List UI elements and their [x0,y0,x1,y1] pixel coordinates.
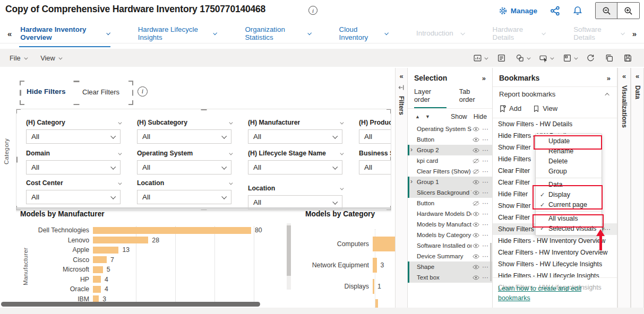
layer-item[interactable]: › Text box ··· [408,272,492,283]
bar[interactable] [93,276,101,283]
context-menu-item[interactable]: ✓ Selected visuals [536,223,602,233]
slicer-header[interactable]: (H) Product [359,118,391,127]
bar[interactable] [93,286,101,293]
visibility-off-icon[interactable] [473,158,479,164]
slicer-header[interactable]: (H) Subcategory [137,118,231,127]
page-tab[interactable]: Hardware Inventory Overview [19,21,110,47]
info-icon[interactable]: i [138,86,148,97]
slicer-dropdown[interactable]: All [248,160,342,175]
collapse-pane-icon[interactable]: » [607,74,611,82]
visibility-on-icon[interactable] [473,137,479,143]
move-layer-up-icon[interactable]: ▲ [415,114,420,119]
bar-row[interactable]: Apple13 [20,245,275,255]
slicer-header[interactable]: Cost Center [26,178,121,188]
bookmarks-help-link[interactable]: Learn how to create and edit bookmarks [498,285,581,302]
tab-tab-order[interactable]: Tab order [459,88,486,108]
visibility-off-icon[interactable] [473,169,479,175]
manage-button[interactable]: Manage [499,6,537,15]
show-all-button[interactable]: Show [451,113,467,120]
visibility-on-icon[interactable] [473,264,479,270]
layer-item[interactable]: › Group 1 ··· [408,177,492,187]
visibility-on-icon[interactable] [473,190,479,196]
refresh-button[interactable] [584,52,597,64]
slicer-dropdown[interactable]: All [359,160,391,175]
chevron-right-icon[interactable]: › [410,178,413,185]
expand-pane-icon[interactable]: « [631,68,643,80]
expand-pane-icon[interactable]: « [618,68,630,80]
save-button[interactable] [621,52,634,64]
page-tab[interactable]: Hardware Details [492,21,546,47]
slicer-group-frame[interactable]: (H) Category All (H) Subcategory [16,109,391,211]
slicer-dropdown[interactable]: All [248,129,342,144]
slicer-dropdown[interactable]: All [26,129,121,144]
more-options-icon[interactable]: ··· [482,232,488,238]
panel-scrollbar[interactable] [490,243,492,281]
visibility-on-icon[interactable] [473,211,479,217]
more-options-icon[interactable]: ··· [482,200,488,206]
chevron-down-icon[interactable] [460,31,465,35]
more-options-icon[interactable]: ··· [482,275,488,280]
layer-item[interactable]: › Slicers Background Te... ··· [408,187,492,198]
bar-row[interactable]: Lenovo28 [20,235,275,246]
slicer-header[interactable]: (H) Category [26,118,121,127]
slicer-dropdown[interactable]: All [137,129,231,144]
layer-item[interactable]: › Button ··· [408,134,492,145]
slicer-header[interactable]: (H) Lifecycle Stage Name [248,149,342,158]
share-icon[interactable] [550,6,560,16]
layer-item[interactable]: › Shape ··· [408,261,492,272]
more-options-icon[interactable]: ··· [482,137,488,142]
page-tab[interactable]: Organization Statistics [244,21,311,47]
clear-filters-button[interactable]: Clear Filters [82,88,119,96]
bar[interactable] [93,266,103,273]
chevron-down-icon[interactable] [384,31,389,35]
page-tab[interactable]: Cloud Inventory [338,21,389,47]
slicer-header[interactable]: Business Ser [359,149,391,158]
page-tab[interactable]: Hardware Lifecycle Insights [137,21,218,47]
view-bookmarks-button[interactable]: View [533,104,557,112]
chevron-down-icon[interactable] [621,31,625,35]
info-icon[interactable]: i [308,6,317,15]
chevron-down-icon[interactable] [542,31,546,35]
layer-item[interactable]: › Models by Manufact... ··· [408,219,492,230]
visibility-on-icon[interactable] [473,254,479,259]
models-by-category-chart[interactable]: Models by Category ComputersNetwork Equi… [305,210,395,308]
chevron-right-icon[interactable]: › [410,146,413,153]
more-options-icon[interactable]: ··· [482,158,488,163]
more-options-icon[interactable]: ··· [482,147,488,153]
more-options-icon[interactable]: ··· [482,126,488,132]
bar-row[interactable]: Microsoft5 [20,265,275,275]
more-options-icon[interactable]: ··· [482,169,488,174]
hide-filters-button[interactable]: Hide Filters [27,88,66,95]
file-menu[interactable]: File [10,54,27,62]
chevron-down-icon[interactable] [106,31,110,35]
visibility-on-icon[interactable] [473,222,479,228]
slicer-header[interactable]: Operating System [137,149,231,158]
bookmark-item[interactable]: Hide Filters - HW Inventory Overview ··· [493,235,617,247]
bookmark-item[interactable]: Clear Filters - HW Inventory Overview ··… [493,247,617,258]
more-options-icon[interactable]: ··· [482,243,488,248]
page-tab[interactable]: Introduction [415,24,465,43]
collapse-pane-icon[interactable]: » [482,74,486,82]
context-menu-item[interactable]: ✓ All visuals [536,213,602,223]
slicer-dropdown[interactable]: All [359,129,391,144]
layer-item[interactable]: › Button ··· [408,198,492,208]
visibility-off-icon[interactable] [473,200,479,206]
layer-item[interactable]: › kpi card ··· [408,155,492,166]
chevron-down-icon[interactable] [307,31,312,35]
notifications-icon[interactable] [573,6,582,15]
chevron-down-icon[interactable] [213,31,218,35]
bar[interactable] [93,237,148,243]
zoom-in-button[interactable] [617,3,639,19]
slicer-header[interactable]: Location [137,178,231,188]
more-options-icon[interactable]: ··· [482,264,488,269]
visibility-on-icon[interactable] [473,179,479,185]
more-options-icon[interactable]: ··· [482,190,488,195]
pin-pane-icon[interactable] [398,84,405,91]
insert-visual-button[interactable] [471,52,490,64]
visibility-on-icon[interactable] [473,147,479,153]
more-options-icon[interactable]: ··· [482,254,488,259]
context-menu-item[interactable]: ✓ Rename [536,146,602,156]
page-tab[interactable]: Software Details [572,21,624,47]
visibility-on-icon[interactable] [473,232,479,238]
text-box-button[interactable] [495,52,508,64]
